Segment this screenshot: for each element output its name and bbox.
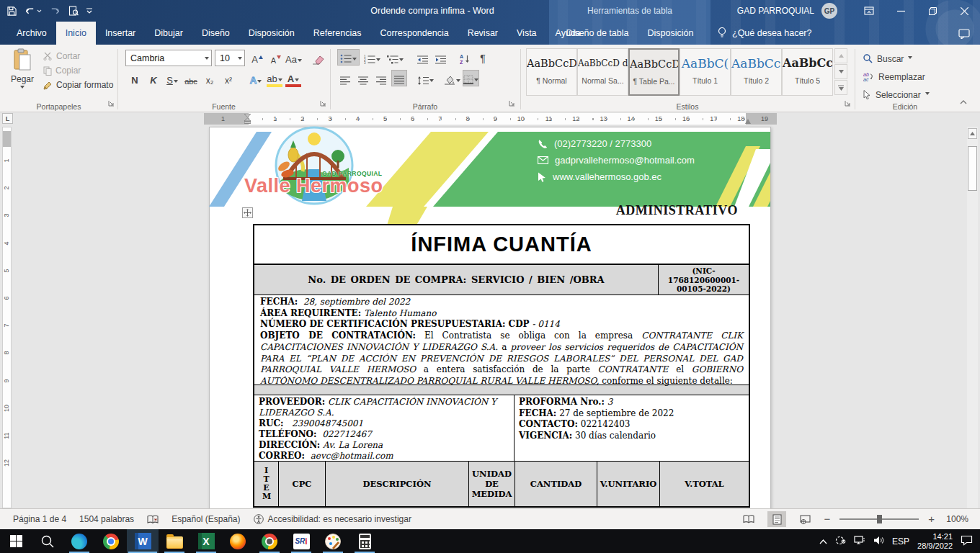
taskbar-sri-icon[interactable]: SRi	[285, 529, 317, 553]
redo-icon[interactable]	[50, 6, 61, 15]
font-size-select[interactable]: 10	[215, 50, 245, 66]
customize-qat-icon[interactable]	[86, 8, 92, 14]
document-page[interactable]: (02)2773220 / 2773300 gadprvallehermoso@…	[209, 127, 771, 508]
taskbar-edge-icon[interactable]	[63, 529, 95, 553]
style-titulo-5[interactable]: AaBbCc] Título 5	[782, 48, 833, 96]
text-effects-button[interactable]: A	[248, 71, 264, 87]
tab-archivo[interactable]: Archivo	[7, 22, 56, 45]
change-case-button[interactable]: Aa	[285, 50, 302, 66]
taskbar-firefox-icon[interactable]	[222, 529, 254, 553]
scrollbar-thumb[interactable]	[968, 146, 977, 191]
strikethrough-button[interactable]: abc	[183, 71, 199, 87]
tab-diseno[interactable]: Diseño	[192, 22, 239, 45]
align-left-button[interactable]	[337, 70, 353, 86]
language-indicator[interactable]: Español (España)	[172, 514, 240, 524]
style-table-paragraph[interactable]: AaBbCcD ¶ Table Pa...	[628, 48, 680, 96]
read-mode-icon[interactable]	[739, 511, 758, 527]
start-button[interactable]	[0, 529, 32, 553]
shrink-font-button[interactable]: A	[268, 50, 284, 66]
zoom-slider-thumb[interactable]	[877, 515, 882, 523]
action-center-icon[interactable]	[961, 535, 973, 547]
paste-button[interactable]: Pegar	[6, 48, 39, 89]
style-normal[interactable]: AaBbCcDc ¶ Normal	[526, 48, 577, 96]
right-indent-marker-icon[interactable]	[745, 119, 751, 124]
bold-button[interactable]: N	[127, 71, 143, 87]
clock[interactable]: 14:21 28/9/2022	[917, 532, 953, 551]
taskbar-search-icon[interactable]	[32, 529, 63, 553]
multilevel-list-button[interactable]	[385, 49, 406, 66]
styles-dialog-launcher-icon[interactable]	[845, 96, 851, 109]
align-right-button[interactable]	[373, 70, 389, 86]
account-name[interactable]: GAD PARROQUIAL	[737, 6, 814, 16]
tab-referencias[interactable]: Referencias	[304, 22, 371, 45]
replace-button[interactable]: abac Reemplazar	[863, 68, 925, 85]
tab-dibujar[interactable]: Dibujar	[145, 22, 192, 45]
justify-button[interactable]	[391, 70, 407, 86]
restore-button[interactable]	[917, 0, 948, 22]
format-painter-button[interactable]: Copiar formato	[43, 80, 113, 90]
tell-me-box[interactable]: ¿Qué desea hacer?	[717, 22, 812, 45]
font-dialog-launcher-icon[interactable]	[320, 96, 326, 109]
undo-icon[interactable]	[24, 6, 42, 15]
taskbar-chrome-profile-icon[interactable]	[254, 529, 285, 553]
tab-inicio[interactable]: Inicio	[56, 22, 96, 45]
language-tray[interactable]: ESP	[892, 536, 909, 547]
increase-indent-button[interactable]	[432, 49, 448, 66]
accessibility-status[interactable]: Accesibilidad: es necesario investigar	[254, 514, 411, 524]
taskbar-calculator-icon[interactable]	[349, 529, 380, 553]
styles-more-icon[interactable]	[834, 80, 847, 95]
zoom-level[interactable]: 100%	[944, 514, 968, 524]
style-titulo-2[interactable]: AaBbCcC[ Título 2	[731, 48, 782, 96]
minimize-button[interactable]	[885, 0, 917, 22]
horizontal-ruler[interactable]: 1 123456789101112131415161718 19	[204, 113, 777, 125]
align-center-button[interactable]	[355, 70, 371, 86]
taskbar-file-explorer-icon[interactable]	[159, 529, 190, 553]
tab-diseno-de-tabla[interactable]: Diseño de tabla	[557, 22, 638, 45]
grow-font-button[interactable]: A	[249, 50, 265, 66]
web-layout-icon[interactable]	[796, 511, 814, 527]
save-icon[interactable]	[7, 6, 17, 16]
italic-button[interactable]: K	[146, 71, 161, 87]
table-move-handle-icon[interactable]	[242, 207, 253, 218]
volume-icon[interactable]	[873, 536, 884, 547]
print-layout-icon[interactable]	[767, 511, 786, 527]
style-titulo-1[interactable]: AaBbC( Título 1	[680, 48, 731, 96]
network-icon[interactable]	[854, 536, 865, 547]
word-count[interactable]: 1504 palabras	[79, 514, 134, 524]
find-button[interactable]: Buscar	[863, 50, 912, 67]
ribbon-display-options-icon[interactable]	[853, 0, 885, 22]
avatar[interactable]: GP	[821, 3, 837, 19]
style-normal-sa[interactable]: AaBbCcD dE Normal Sa...	[577, 48, 628, 96]
zoom-slider[interactable]	[839, 518, 919, 520]
tab-revisar[interactable]: Revisar	[458, 22, 507, 45]
tray-app-icon[interactable]	[835, 536, 846, 547]
taskbar-paint-icon[interactable]	[317, 529, 349, 553]
clear-formatting-button[interactable]	[310, 50, 326, 66]
paste-dropdown-icon[interactable]	[20, 86, 24, 89]
show-paragraph-marks-button[interactable]: ¶	[475, 49, 491, 66]
zoom-out-icon[interactable]: −	[824, 515, 830, 523]
numbering-button[interactable]: 123	[362, 49, 383, 66]
styles-scroll-up-icon[interactable]	[834, 48, 847, 63]
print-preview-icon[interactable]	[68, 6, 79, 16]
borders-button[interactable]	[463, 70, 479, 86]
zoom-in-icon[interactable]: +	[928, 515, 935, 523]
tab-disposicion-tabla[interactable]: Disposición	[638, 22, 703, 45]
subscript-button[interactable]: x₂	[202, 71, 218, 87]
taskbar-word-icon[interactable]: W	[127, 529, 159, 553]
sort-button[interactable]: AZ	[457, 49, 473, 66]
page-indicator[interactable]: Página 1 de 4	[13, 514, 66, 524]
vertical-scrollbar[interactable]	[967, 127, 978, 508]
decrease-indent-button[interactable]	[414, 49, 430, 66]
feedback-icon[interactable]	[958, 29, 970, 42]
font-color-button[interactable]: A	[285, 72, 301, 87]
taskbar-excel-icon[interactable]: X	[190, 529, 222, 553]
tab-insertar[interactable]: Insertar	[96, 22, 145, 45]
vertical-ruler[interactable]: 123456789101112	[2, 127, 12, 508]
taskbar-chrome-icon[interactable]	[95, 529, 127, 553]
font-family-select[interactable]: Cambria	[125, 50, 212, 66]
close-button[interactable]	[948, 0, 980, 22]
tab-selector[interactable]: L	[2, 113, 13, 124]
highlight-color-button[interactable]: ab	[267, 72, 282, 87]
indent-marker-icon[interactable]	[244, 114, 251, 125]
